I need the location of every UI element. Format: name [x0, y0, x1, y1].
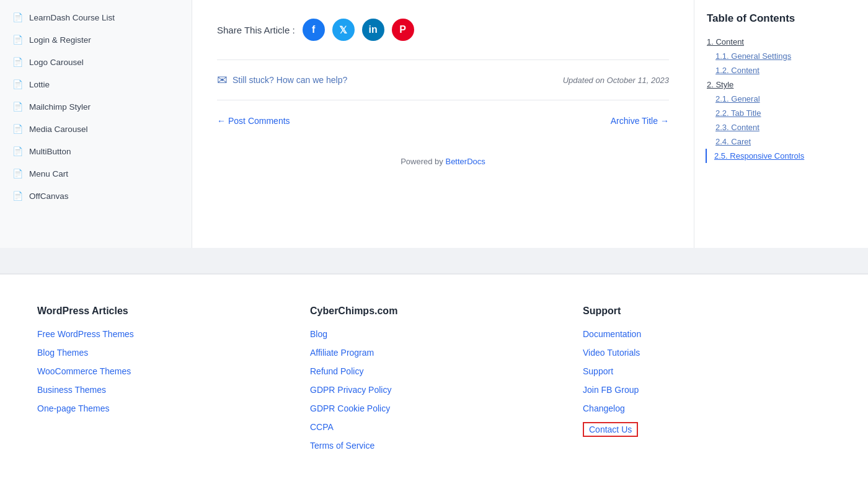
share-label: Share This Article :: [217, 25, 295, 35]
toc-item[interactable]: 1.2. Content: [707, 63, 856, 77]
footer-col3-title: Support: [583, 306, 831, 317]
sidebar-item-label: Media Carousel: [29, 125, 88, 134]
footer-link[interactable]: GDPR Cookie Policy: [310, 403, 558, 413]
sidebar-item[interactable]: 📄OffCanvas: [0, 185, 192, 207]
toc-item[interactable]: 1. Content: [707, 35, 856, 49]
powered-by-prefix: Powered by: [401, 157, 445, 166]
toc-item[interactable]: 2.1. General: [707, 92, 856, 106]
toc-item[interactable]: 2.5. Responsive Controls: [706, 149, 856, 163]
footer-link[interactable]: Terms of Service: [310, 441, 558, 451]
sidebar-doc-icon: 📄: [12, 146, 23, 156]
toc-title: Table of Contents: [707, 12, 856, 25]
sidebar-item-label: MultiButton: [29, 147, 71, 156]
footer-link[interactable]: Business Themes: [37, 385, 285, 395]
sidebar-doc-icon: 📄: [12, 169, 23, 178]
share-row: Share This Article : f 𝕏 in P: [217, 19, 669, 41]
toc-item[interactable]: 2. Style: [707, 77, 856, 92]
sidebar-item-label: Mailchimp Styler: [29, 102, 91, 112]
sidebar-item[interactable]: 📄LearnDash Course List: [0, 6, 192, 29]
footer-link[interactable]: Blog Themes: [37, 348, 285, 358]
email-icon: ✉: [217, 73, 228, 87]
sidebar-item[interactable]: 📄Lottie: [0, 73, 192, 95]
footer-link[interactable]: WooCommerce Themes: [37, 366, 285, 376]
footer-link[interactable]: Free WordPress Themes: [37, 329, 285, 339]
footer-link[interactable]: Documentation: [583, 329, 831, 339]
footer-grid: WordPress Articles Free WordPress Themes…: [37, 306, 831, 459]
footer: WordPress Articles Free WordPress Themes…: [0, 273, 868, 484]
page-wrapper: 📄LearnDash Course List📄Login & Register📄…: [0, 0, 868, 484]
betterdocs-link[interactable]: BetterDocs: [445, 157, 485, 166]
next-nav-link[interactable]: Archive Title: [611, 116, 669, 126]
sidebar-doc-icon: 📄: [12, 124, 23, 134]
twitter-share-button[interactable]: 𝕏: [332, 19, 355, 41]
help-row: ✉ Still stuck? How can we help? Updated …: [217, 59, 669, 100]
contact-us-link[interactable]: Contact Us: [583, 422, 638, 437]
sidebar-item-label: OffCanvas: [29, 191, 69, 201]
sidebar-doc-icon: 📄: [12, 102, 23, 112]
sidebar-item-label: Logo Carousel: [29, 58, 84, 67]
footer-col-wordpress: WordPress Articles Free WordPress Themes…: [37, 306, 285, 459]
top-area: 📄LearnDash Course List📄Login & Register📄…: [0, 0, 868, 248]
footer-link[interactable]: CCPA: [310, 422, 558, 432]
main-content: Share This Article : f 𝕏 in P ✉ Still st…: [192, 0, 694, 248]
nav-row: Post Comments Archive Title: [217, 116, 669, 126]
sidebar-item[interactable]: 📄Logo Carousel: [0, 51, 192, 73]
updated-text: Updated on October 11, 2023: [563, 76, 669, 85]
footer-link[interactable]: Affiliate Program: [310, 348, 558, 358]
sidebar-doc-icon: 📄: [12, 191, 23, 201]
sidebar-item-label: Menu Cart: [29, 169, 68, 178]
footer-link[interactable]: Changelog: [583, 403, 831, 413]
toc-item[interactable]: 2.3. Content: [707, 120, 856, 134]
sidebar-doc-icon: 📄: [12, 79, 23, 89]
sidebar-item[interactable]: 📄Menu Cart: [0, 162, 192, 185]
toc-panel: Table of Contents 1. Content1.1. General…: [694, 0, 868, 248]
sidebar: 📄LearnDash Course List📄Login & Register📄…: [0, 0, 192, 248]
linkedin-share-button[interactable]: in: [362, 19, 384, 41]
toc-item[interactable]: 2.2. Tab Title: [707, 106, 856, 120]
footer-link[interactable]: One-page Themes: [37, 403, 285, 413]
sidebar-item[interactable]: 📄MultiButton: [0, 140, 192, 162]
sidebar-doc-icon: 📄: [12, 57, 23, 67]
pinterest-share-button[interactable]: P: [392, 19, 414, 41]
footer-link[interactable]: Support: [583, 366, 831, 376]
sidebar-item-label: LearnDash Course List: [29, 13, 115, 22]
prev-nav-link[interactable]: Post Comments: [217, 116, 290, 126]
sidebar-item[interactable]: 📄Media Carousel: [0, 118, 192, 140]
toc-item[interactable]: 2.4. Caret: [707, 134, 856, 149]
footer-col1-title: WordPress Articles: [37, 306, 285, 317]
footer-link[interactable]: Blog: [310, 329, 558, 339]
sidebar-doc-icon: 📄: [12, 12, 23, 22]
toc-item[interactable]: 1.1. General Settings: [707, 49, 856, 63]
footer-col2-title: CyberChimps.com: [310, 306, 558, 317]
facebook-share-button[interactable]: f: [303, 19, 325, 41]
help-text: Still stuck? How can we help?: [232, 75, 347, 85]
footer-col-support: Support DocumentationVideo TutorialsSupp…: [583, 306, 831, 459]
powered-by: Powered by BetterDocs: [217, 144, 669, 166]
sidebar-item[interactable]: 📄Mailchimp Styler: [0, 95, 192, 118]
sidebar-item-label: Login & Register: [29, 35, 91, 45]
help-link[interactable]: ✉ Still stuck? How can we help?: [217, 73, 347, 87]
footer-link[interactable]: Refund Policy: [310, 366, 558, 376]
footer-link[interactable]: Video Tutorials: [583, 348, 831, 358]
footer-col-cyberchimps: CyberChimps.com BlogAffiliate ProgramRef…: [310, 306, 558, 459]
footer-link[interactable]: GDPR Privacy Policy: [310, 385, 558, 395]
footer-link[interactable]: Join FB Group: [583, 385, 831, 395]
sidebar-doc-icon: 📄: [12, 35, 23, 45]
sidebar-item-label: Lottie: [29, 80, 50, 89]
sidebar-item[interactable]: 📄Login & Register: [0, 29, 192, 51]
